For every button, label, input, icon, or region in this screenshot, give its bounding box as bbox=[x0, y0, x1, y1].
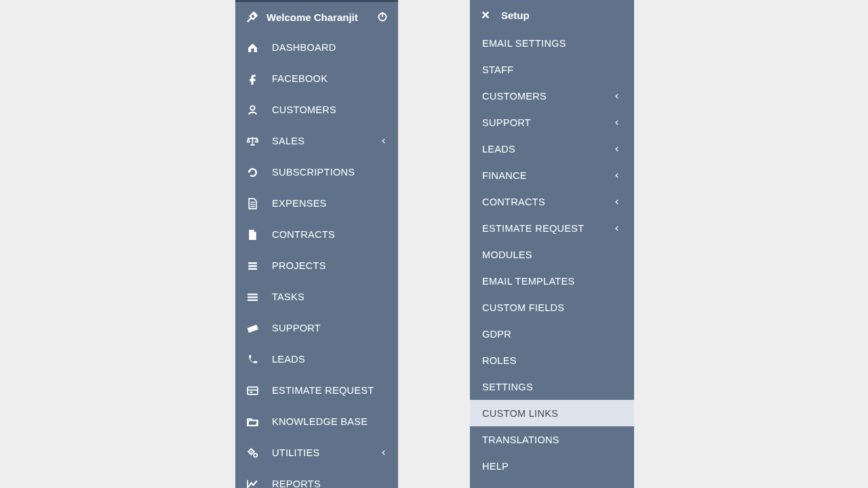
nav-label: SALES bbox=[272, 136, 379, 146]
setup-item-modules[interactable]: MODULES bbox=[470, 241, 634, 268]
setup-label: GDPR bbox=[482, 329, 622, 340]
welcome-text: Welcome Charanjit bbox=[267, 12, 376, 23]
setup-item-roles[interactable]: ROLES bbox=[470, 347, 634, 373]
setup-label: EMAIL SETTINGS bbox=[482, 38, 622, 49]
nav-item-leads[interactable]: LEADS bbox=[235, 344, 398, 375]
nav-label: SUBSCRIPTIONS bbox=[272, 167, 389, 178]
chevron-left-icon bbox=[379, 449, 389, 457]
nav-label: LEADS bbox=[272, 354, 389, 365]
setup-item-help[interactable]: HELP bbox=[470, 453, 634, 479]
chevron-left-icon bbox=[379, 137, 389, 145]
setup-item-custom-links[interactable]: CUSTOM LINKS bbox=[470, 400, 634, 426]
setup-label: CUSTOM FIELDS bbox=[482, 302, 622, 313]
phone-icon bbox=[245, 354, 260, 365]
nav-item-contracts[interactable]: CONTRACTS bbox=[235, 219, 398, 250]
nav-label: FACEBOOK bbox=[272, 73, 389, 84]
setup-item-custom-fields[interactable]: CUSTOM FIELDS bbox=[470, 294, 634, 321]
nav-label: DASHBOARD bbox=[272, 42, 389, 53]
setup-item-contracts[interactable]: CONTRACTS bbox=[470, 188, 634, 215]
chart-icon bbox=[245, 479, 260, 489]
nav-label: ESTIMATE REQUEST bbox=[272, 385, 389, 396]
folder-icon bbox=[245, 416, 260, 428]
setup-label: STAFF bbox=[482, 64, 622, 75]
main-sidebar: Welcome Charanjit DASHBOARDFACEBOOKCUSTO… bbox=[235, 0, 398, 488]
setup-title: Setup bbox=[501, 9, 530, 21]
chevron-left-icon bbox=[612, 119, 622, 127]
home-icon bbox=[245, 42, 260, 54]
setup-label: MODULES bbox=[482, 249, 622, 260]
setup-item-estimate-request[interactable]: ESTIMATE REQUEST bbox=[470, 215, 634, 241]
setup-label: ROLES bbox=[482, 355, 622, 366]
list-icon bbox=[245, 291, 260, 303]
nav-item-estimate-request[interactable]: ESTIMATE REQUEST bbox=[235, 375, 398, 406]
setup-item-gdpr[interactable]: GDPR bbox=[470, 321, 634, 347]
nav-item-subscriptions[interactable]: SUBSCRIPTIONS bbox=[235, 157, 398, 188]
nav-item-dashboard[interactable]: DASHBOARD bbox=[235, 32, 398, 63]
setup-item-finance[interactable]: FINANCE bbox=[470, 162, 634, 188]
setup-item-email-settings[interactable]: EMAIL SETTINGS bbox=[470, 30, 634, 56]
card-icon bbox=[245, 385, 260, 396]
nav-label: EXPENSES bbox=[272, 198, 389, 209]
scale-icon bbox=[245, 136, 260, 147]
nav-label: CUSTOMERS bbox=[272, 104, 389, 115]
user-icon bbox=[245, 104, 260, 116]
nav-item-customers[interactable]: CUSTOMERS bbox=[235, 94, 398, 125]
chevron-left-icon bbox=[612, 224, 622, 232]
nav-item-facebook[interactable]: FACEBOOK bbox=[235, 63, 398, 94]
setup-label: SETTINGS bbox=[482, 382, 622, 392]
setup-header: Setup bbox=[470, 0, 634, 30]
nav-label: REPORTS bbox=[272, 479, 389, 488]
nav-label: KNOWLEDGE BASE bbox=[272, 416, 389, 427]
setup-label: EMAIL TEMPLATES bbox=[482, 276, 622, 287]
ticket-icon bbox=[245, 323, 260, 334]
setup-label: CONTRACTS bbox=[482, 197, 612, 207]
nav-item-knowledge-base[interactable]: KNOWLEDGE BASE bbox=[235, 406, 398, 437]
setup-label: TRANSLATIONS bbox=[482, 434, 622, 445]
nav-item-support[interactable]: SUPPORT bbox=[235, 312, 398, 344]
setup-item-translations[interactable]: TRANSLATIONS bbox=[470, 426, 634, 453]
nav-item-sales[interactable]: SALES bbox=[235, 125, 398, 157]
pin-icon[interactable] bbox=[245, 11, 260, 23]
nav-item-tasks[interactable]: TASKS bbox=[235, 281, 398, 312]
setup-label: CUSTOMERS bbox=[482, 91, 612, 102]
setup-label: ESTIMATE REQUEST bbox=[482, 223, 612, 234]
nav-label: TASKS bbox=[272, 291, 389, 302]
power-icon[interactable] bbox=[376, 12, 389, 22]
setup-panel: Setup EMAIL SETTINGSSTAFFCUSTOMERSSUPPOR… bbox=[470, 0, 634, 488]
nav-item-reports[interactable]: REPORTS bbox=[235, 468, 398, 488]
bars-icon bbox=[245, 260, 260, 272]
setup-label: SUPPORT bbox=[482, 117, 612, 128]
file-icon bbox=[245, 229, 260, 241]
nav-label: PROJECTS bbox=[272, 260, 389, 271]
setup-label: FINANCE bbox=[482, 170, 612, 181]
setup-item-email-templates[interactable]: EMAIL TEMPLATES bbox=[470, 268, 634, 294]
nav-item-projects[interactable]: PROJECTS bbox=[235, 250, 398, 281]
facebook-icon bbox=[245, 73, 260, 85]
gears-icon bbox=[245, 447, 260, 459]
setup-item-customers[interactable]: CUSTOMERS bbox=[470, 83, 634, 109]
nav-label: SUPPORT bbox=[272, 323, 389, 333]
chevron-left-icon bbox=[612, 145, 622, 153]
setup-item-leads[interactable]: LEADS bbox=[470, 136, 634, 162]
nav-label: UTILITIES bbox=[272, 447, 379, 458]
nav-item-utilities[interactable]: UTILITIES bbox=[235, 437, 398, 468]
nav-label: CONTRACTS bbox=[272, 229, 389, 240]
setup-label: HELP bbox=[482, 461, 622, 472]
close-icon[interactable] bbox=[479, 10, 492, 20]
chevron-left-icon bbox=[612, 171, 622, 180]
setup-item-settings[interactable]: SETTINGS bbox=[470, 373, 634, 400]
setup-item-support[interactable]: SUPPORT bbox=[470, 109, 634, 136]
setup-label: CUSTOM LINKS bbox=[482, 408, 622, 419]
refresh-icon bbox=[245, 167, 260, 178]
file-lines-icon bbox=[245, 198, 260, 209]
welcome-row: Welcome Charanjit bbox=[235, 2, 398, 32]
chevron-left-icon bbox=[612, 198, 622, 206]
setup-label: LEADS bbox=[482, 144, 612, 155]
chevron-left-icon bbox=[612, 92, 622, 100]
nav-item-expenses[interactable]: EXPENSES bbox=[235, 188, 398, 219]
setup-item-staff[interactable]: STAFF bbox=[470, 56, 634, 83]
